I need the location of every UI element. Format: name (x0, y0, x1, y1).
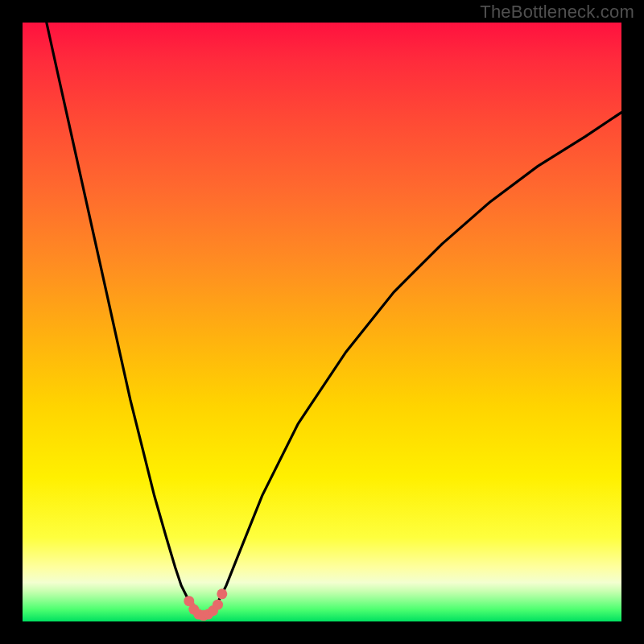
valley-marker (213, 600, 223, 610)
valley-marker (217, 588, 227, 599)
chart-frame: TheBottleneck.com (0, 0, 644, 644)
watermark-text: TheBottleneck.com (480, 2, 634, 23)
plot-area (23, 23, 621, 621)
right-branch-path (217, 113, 621, 604)
marker-group (184, 588, 227, 621)
left-branch-path (47, 23, 192, 604)
curve-group (47, 23, 621, 616)
curve-layer (23, 23, 621, 621)
